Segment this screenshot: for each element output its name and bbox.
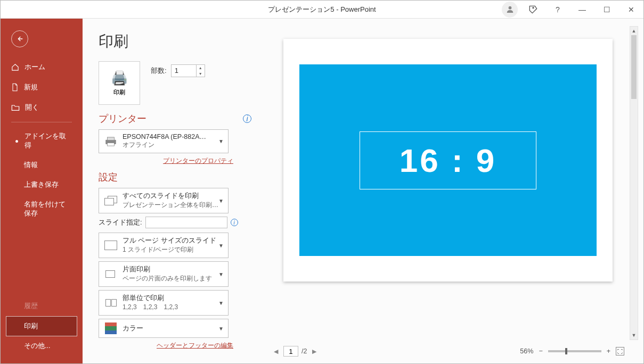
fit-to-window-button[interactable]: ⛶ <box>616 347 624 355</box>
layout-line1: フル ページ サイズのスライド <box>123 236 224 245</box>
account-avatar[interactable] <box>502 2 518 18</box>
printer-properties-link[interactable]: プリンターのプロパティ <box>163 157 233 164</box>
header-footer-link[interactable]: ヘッダーとフッターの編集 <box>157 342 233 349</box>
sidebar-item-more[interactable]: その他... <box>1 336 83 356</box>
collate-icon <box>103 299 118 307</box>
collate-line2: 1,2,3 1,2,3 1,2,3 <box>123 303 224 312</box>
svg-rect-3 <box>108 137 115 140</box>
scroll-up-icon[interactable]: ▲ <box>630 27 638 35</box>
sidebar-item-history: 履歴 <box>1 296 83 316</box>
page-navigator: ◀ /2 ▶ <box>272 346 319 357</box>
sidebar-label: 上書き保存 <box>24 180 59 189</box>
zoom-slider[interactable] <box>548 350 601 352</box>
page-total: /2 <box>301 348 307 355</box>
layout-line2: 1 スライド/ページで印刷 <box>123 245 224 254</box>
next-page-button[interactable]: ▶ <box>310 347 319 356</box>
sidebar-item-open[interactable]: 開く <box>1 97 83 118</box>
chevron-down-icon: ▼ <box>218 138 224 144</box>
open-icon <box>11 104 20 111</box>
zoom-out-button[interactable]: − <box>539 348 542 355</box>
prev-page-button[interactable]: ◀ <box>272 347 280 356</box>
color-dropdown[interactable]: カラー ▼ <box>99 319 229 338</box>
printer-name: EPSON744F8A (EP-882A… <box>123 133 224 140</box>
printer-status: オフライン <box>123 140 224 150</box>
spinner-down-icon[interactable]: ▼ <box>197 71 205 77</box>
minimize-button[interactable]: — <box>570 1 594 18</box>
slides-all-icon <box>103 196 118 205</box>
zoom-in-button[interactable]: + <box>607 348 610 355</box>
help-button[interactable]: ? <box>545 1 570 18</box>
copies-label: 部数: <box>151 66 167 76</box>
print-button[interactable]: 🖨️ 印刷 <box>99 61 140 105</box>
duplex-line2: ページの片面のみを印刷します <box>123 274 224 283</box>
sidebar-item-new[interactable]: 新規 <box>1 77 83 97</box>
slide-content: 16 : 9 <box>299 64 597 256</box>
settings-section-title: 設定 <box>99 171 118 184</box>
sidebar-label: 履歴 <box>24 302 38 311</box>
zoom-controls: 56% − + ⛶ <box>520 347 624 355</box>
home-icon <box>11 63 19 71</box>
svg-point-0 <box>508 6 511 10</box>
single-side-icon <box>103 269 118 279</box>
sidebar-label: 印刷 <box>24 321 38 331</box>
svg-rect-4 <box>108 143 115 146</box>
sidebar-label: 名前を付けて保存 <box>24 200 72 218</box>
print-preview: ▲ ▼ 16 : 9 ◀ /2 ▶ 56% <box>266 19 643 363</box>
current-page-input[interactable] <box>283 346 298 357</box>
duplex-line1: 片面印刷 <box>123 265 224 274</box>
color-icon <box>103 322 118 334</box>
collate-dropdown[interactable]: 部単位で印刷 1,2,3 1,2,3 1,2,3 ▼ <box>99 290 229 316</box>
copies-spinner[interactable]: 1 ▲ ▼ <box>171 64 205 77</box>
zoom-level: 56% <box>520 348 533 355</box>
sidebar-divider <box>11 122 72 122</box>
page-heading: 印刷 <box>99 31 266 52</box>
title-bar: プレゼンテーション5 - PowerPoint ? — ☐ ✕ <box>1 1 643 19</box>
window-title: プレゼンテーション5 - PowerPoint <box>268 5 376 14</box>
sidebar-label: ホーム <box>25 62 45 72</box>
duplex-dropdown[interactable]: 片面印刷 ページの片面のみを印刷します ▼ <box>99 261 229 287</box>
printer-device-icon <box>103 136 118 147</box>
printer-section-title: プリンター <box>99 112 146 125</box>
coming-soon-icon[interactable] <box>521 1 545 18</box>
sidebar-item-saveas[interactable]: 名前を付けて保存 <box>1 195 83 224</box>
range-line2: プレゼンテーション全体を印刷し… <box>123 201 224 210</box>
copies-value: 1 <box>172 65 196 77</box>
spinner-up-icon[interactable]: ▲ <box>197 65 205 71</box>
slides-spec-input[interactable] <box>145 217 227 228</box>
sidebar-item-home[interactable]: ホーム <box>1 57 83 77</box>
sidebar-label: 開く <box>25 103 39 112</box>
slide-ratio-box: 16 : 9 <box>360 131 537 189</box>
sidebar-label: 新規 <box>24 82 38 92</box>
slides-spec-label: スライド指定: <box>99 218 142 227</box>
chevron-down-icon: ▼ <box>218 300 224 306</box>
chevron-down-icon: ▼ <box>218 326 224 332</box>
sidebar-label: その他... <box>24 342 50 351</box>
svg-point-1 <box>533 7 534 8</box>
back-button[interactable] <box>11 30 28 47</box>
sidebar-item-getaddins[interactable]: アドインを取得 <box>1 127 83 155</box>
maximize-button[interactable]: ☐ <box>594 1 619 18</box>
slide-page: 16 : 9 <box>283 39 613 282</box>
new-icon <box>11 83 19 92</box>
color-line1: カラー <box>123 324 224 333</box>
scroll-thumb[interactable] <box>631 35 637 99</box>
printer-info-icon[interactable]: i <box>243 114 251 123</box>
print-range-dropdown[interactable]: すべてのスライドを印刷 プレゼンテーション全体を印刷し… ▼ <box>99 188 229 213</box>
layout-dropdown[interactable]: フル ページ サイズのスライド 1 スライド/ページで印刷 ▼ <box>99 233 229 258</box>
slides-info-icon[interactable]: i <box>231 219 238 226</box>
close-button[interactable]: ✕ <box>619 1 643 18</box>
chevron-down-icon: ▼ <box>218 271 224 277</box>
print-panel: 印刷 🖨️ 印刷 部数: 1 ▲ ▼ <box>83 19 266 363</box>
chevron-down-icon: ▼ <box>218 243 224 249</box>
sidebar-item-info[interactable]: 情報 <box>1 155 83 175</box>
preview-scrollbar[interactable]: ▲ ▼ <box>630 26 638 340</box>
sidebar-item-save[interactable]: 上書き保存 <box>1 175 83 195</box>
collate-line1: 部単位で印刷 <box>123 294 224 303</box>
sidebar-label: アドインを取得 <box>25 132 72 150</box>
sidebar-item-print[interactable]: 印刷 <box>6 316 77 336</box>
printer-dropdown[interactable]: EPSON744F8A (EP-882A… オフライン ▼ <box>99 129 229 153</box>
fullpage-icon <box>103 241 118 250</box>
bullet-icon <box>15 140 18 143</box>
printer-icon: 🖨️ <box>111 70 128 86</box>
scroll-down-icon[interactable]: ▼ <box>630 331 638 340</box>
